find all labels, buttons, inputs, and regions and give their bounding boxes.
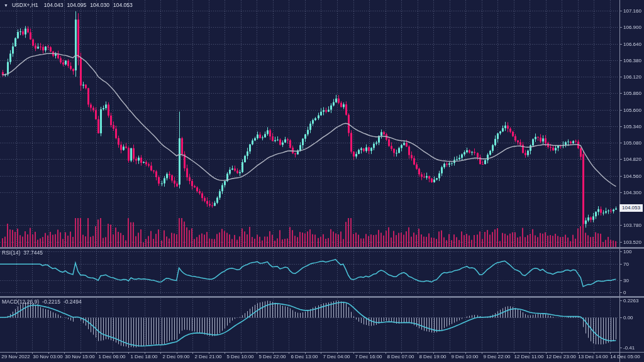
macd-axis-label: 0.00 <box>623 315 633 321</box>
price-axis-label: 106.900 <box>623 25 641 30</box>
price-axis-label: 106.120 <box>623 74 641 80</box>
time-axis-label: 2 Dec 21:00 <box>194 354 221 359</box>
chart-canvas[interactable] <box>0 0 644 362</box>
time-axis-label: 14 Dec 05:00 <box>610 354 640 359</box>
price-axis-label: 104.560 <box>623 173 641 178</box>
time-axis-label: 30 Nov 15:00 <box>65 354 95 359</box>
price-axis-label: 107.160 <box>623 8 641 14</box>
rsi-name: RSI(14) <box>2 250 20 256</box>
current-price-tag: 104.053 <box>619 204 643 212</box>
time-axis-label: 1 Dec 06:00 <box>98 354 125 359</box>
rsi-axis-label: 70 <box>623 261 629 266</box>
time-axis-label: 9 Dec 22:00 <box>483 354 510 359</box>
ohlc-close: 104.053 <box>113 2 133 8</box>
price-axis-label: 105.600 <box>623 107 641 112</box>
price-axis-label: 105.080 <box>623 140 641 146</box>
time-axis-label: 5 Dec 22:00 <box>258 354 286 359</box>
time-axis-label: 2 Dec 09:00 <box>162 354 189 359</box>
macd-name: MACD(12,26,9) <box>2 299 39 305</box>
time-axis-label: 7 Dec 16:00 <box>355 354 382 359</box>
rsi-axis-label: 100 <box>623 249 631 255</box>
time-axis-label: 12 Dec 23:00 <box>546 354 576 359</box>
macd-axis-label: 0.2263 <box>623 298 638 304</box>
price-axis-label: 104.820 <box>623 156 641 162</box>
rsi-axis-label: 30 <box>623 277 629 283</box>
price-axis-label: 104.300 <box>623 189 641 195</box>
macd-value-signal: -0.2494 <box>64 299 82 305</box>
trading-chart-window: ▼USDX+,H1104.043104.095104.030104.053 RS… <box>0 0 644 362</box>
macd-indicator-label: MACD(12,26,9)-0.2215-0.2494 <box>2 299 85 305</box>
ohlc-high: 104.095 <box>67 2 86 8</box>
time-axis-label: 12 Dec 11:00 <box>514 354 544 359</box>
chart-menu-arrow-icon[interactable]: ▼ <box>4 3 8 8</box>
rsi-axis-label: 0 <box>623 290 626 295</box>
time-axis-label: 9 Dec 10:00 <box>451 354 478 359</box>
macd-axis-label: -0.41 <box>623 345 635 351</box>
time-axis-label: 6 Dec 13:00 <box>291 354 318 359</box>
time-axis-label: 13 Dec 14:00 <box>578 354 608 359</box>
time-axis-label: 7 Dec 04:00 <box>323 354 350 359</box>
time-axis-label: 29 Nov 2022 <box>1 354 30 359</box>
macd-value-main: -0.2215 <box>42 299 60 305</box>
time-axis-label: 1 Dec 18:00 <box>130 354 157 359</box>
rsi-value: 37.7445 <box>23 250 43 256</box>
time-axis-label: 8 Dec 19:00 <box>419 354 446 359</box>
rsi-indicator-label: RSI(14)37.7445 <box>2 250 46 256</box>
symbol-timeframe-label: USDX+,H1 <box>12 2 38 8</box>
price-axis-label: 105.340 <box>623 123 641 129</box>
price-axis-label: 103.780 <box>623 222 641 228</box>
ohlc-low: 104.030 <box>90 2 109 8</box>
time-axis-label: 30 Nov 03:00 <box>33 354 63 359</box>
price-axis-label: 106.380 <box>623 57 641 63</box>
time-axis-label: 8 Dec 07:00 <box>387 354 414 359</box>
chart-header: ▼USDX+,H1104.043104.095104.030104.053 <box>4 2 136 8</box>
price-axis-label: 106.640 <box>623 41 641 47</box>
price-axis-label: 105.860 <box>623 90 641 96</box>
time-axis-label: 5 Dec 10:00 <box>226 354 253 359</box>
ohlc-open: 104.043 <box>44 2 64 8</box>
price-axis-label: 103.520 <box>623 239 641 244</box>
